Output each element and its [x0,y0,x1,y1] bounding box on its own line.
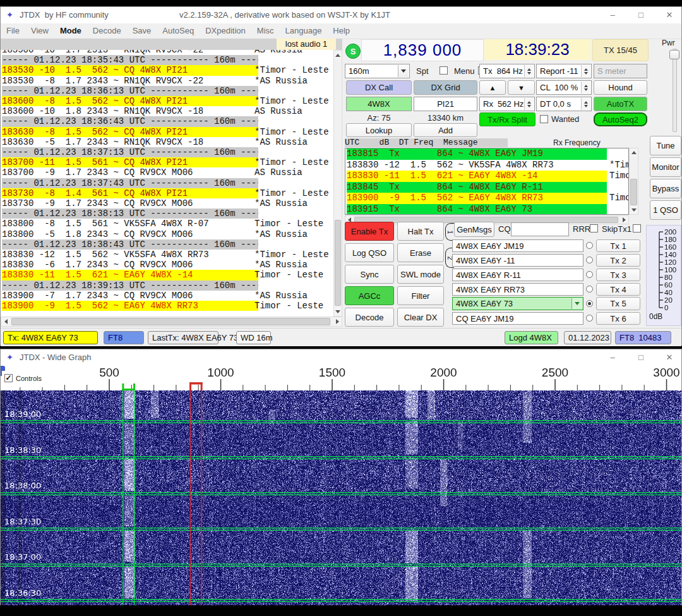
decode-row[interactable]: 183630 -8 1.5 562 ~ CQ 4W8X PI21*Timor -… [1,127,342,137]
decode-row[interactable]: 183830 -12 1.5 562 ~ VK5SFA 4W8X RR73*Ti… [1,250,342,260]
menu-item-file[interactable]: File [1,23,25,39]
scroll-right-icon[interactable] [333,317,342,326]
decode-row[interactable]: 183600 -10 1.8 2343 ~ RN1QK RV9CX -18AS … [1,106,342,116]
menu-item-save[interactable]: Save [127,23,157,39]
chevron-down-icon[interactable] [398,65,409,77]
swl-mode-button[interactable]: SWL mode [397,265,444,284]
decode-button[interactable]: Decode [345,308,394,327]
spot-indicator[interactable]: S [345,44,361,59]
pwr-slider-track[interactable] [673,49,677,132]
tx2-button[interactable]: Tx 2 [596,254,640,267]
freq-up-button[interactable]: ▲ [479,80,506,95]
filter-button[interactable]: Filter [397,286,444,305]
frequency-ruler[interactable]: ✓ Controls [1,365,681,390]
rx-vscrollbar[interactable] [629,148,638,215]
decode-row[interactable]: ----- 01.12.23 18:37:13 UTC ----------- … [1,147,342,157]
decode-row[interactable]: 183730 -9 1.7 2343 ~ CQ RV9CX MO06*AS Ru… [1,198,342,208]
decode-row[interactable]: 183800 -5 1.8 2343 ~ CQ RV9CX MO06*AS Ru… [1,229,342,239]
scroll-thumb[interactable] [630,179,637,205]
decode-row[interactable]: ----- 01.12.23 18:39:13 UTC ----------- … [1,281,342,291]
scroll-up-icon[interactable] [334,51,342,59]
menu-item-view[interactable]: View [25,23,54,39]
decode-list[interactable]: 183500 -10 1.7 2513 ~ RN1QK RV9CX -22AS … [1,50,342,317]
cl-spinner[interactable]: CL 100 % [536,80,592,95]
erase-button[interactable]: Erase [397,243,444,262]
autotx-button[interactable]: AutoTX [594,97,647,111]
dx-call-button[interactable]: DX Call [346,80,412,95]
close-icon[interactable]: ✕ [659,7,680,23]
dx-grid-field[interactable]: PI21 [414,97,477,111]
decode-row[interactable]: 183500 -10 1.7 2513 ~ RN1QK RV9CX -22AS … [1,50,342,55]
decode-row[interactable]: ----- 01.12.23 18:36:43 UTC ----------- … [1,116,342,126]
enable-tx-button[interactable]: Enable Tx [345,222,394,241]
spinner-arrows-icon[interactable] [524,98,534,110]
dx-call-field[interactable]: 4W8X [346,97,412,111]
scroll-up-icon[interactable] [630,148,638,157]
rx-frequency-row[interactable]: 183830 -11 1.5 621 ~ EA6Y 4W8X -14Timo [345,171,629,182]
decode-row[interactable]: 183700 -9 1.7 2343 ~ CQ RV9CX MO06AS Rus… [1,167,342,178]
clear-dx-button[interactable]: Clear DX [397,308,444,327]
tx4-button[interactable]: Tx 4 [596,283,640,296]
decode-row[interactable]: 183700 -11 1.5 561 ~ CQ 4W8X PI21*Timor … [1,157,342,167]
menu-item-language[interactable]: Language [280,23,328,39]
tx1-radio[interactable] [586,242,593,249]
hound-button[interactable]: Hound [594,80,647,95]
rrr-checkbox[interactable] [590,224,598,233]
main-titlebar[interactable]: ✦ JTDX by HF community v2.2.159-32A , de… [1,7,681,24]
rx-frequency-row[interactable]: 183915 Tx 864 ~ 4W8X EA6Y 73 [345,204,629,215]
genmsgs-button[interactable]: GenMsgs [454,222,494,237]
tx-freq-spinner[interactable]: Tx 864 Hz [479,64,535,78]
tx2-message-field[interactable]: 4W8X EA6Y -11 [452,254,583,267]
agc-button[interactable]: AGCc [345,286,394,305]
report-spinner[interactable]: Report -11 [536,64,592,78]
skiptx1-checkbox[interactable] [633,224,641,233]
chevron-down-icon[interactable] [571,298,582,309]
spinner-arrows-icon[interactable] [524,65,534,77]
spinner-arrows-icon[interactable] [581,82,590,94]
minimize-icon[interactable]: – [602,7,623,23]
decode-row[interactable]: 183530 -10 1.5 562 ~ CQ 4W8X PI21*Timor … [1,65,342,75]
band-select[interactable]: 160m [345,64,410,78]
close-icon[interactable]: ✕ [659,349,680,365]
scroll-down-icon[interactable] [334,307,342,316]
autoseq-button[interactable]: AutoSeq2 [594,112,647,126]
spinner-arrows-icon[interactable] [581,98,590,110]
tx6-radio[interactable] [586,315,593,322]
monitor-button[interactable]: Monitor [650,157,681,177]
maximize-icon[interactable]: □ [630,349,652,365]
tune-button[interactable]: Tune [650,136,681,155]
txrx-split-button[interactable]: Tx/Rx Split [479,112,535,126]
tx3-button[interactable]: Tx 3 [596,269,640,281]
tx3-radio[interactable] [586,271,593,278]
decode-hscrollbar[interactable] [1,317,342,327]
spinner-arrows-icon[interactable] [581,65,590,77]
tx6-button[interactable]: Tx 6 [596,312,640,325]
menu-item-mode[interactable]: Mode [54,23,87,39]
waterfall-display[interactable] [1,390,681,605]
scroll-down-icon[interactable] [630,206,638,214]
tx4-message-field[interactable]: 4W8X EA6Y RR73 [452,283,583,296]
decode-row[interactable]: 183900 -9 1.5 562 ~ EA6Y 4W8X RR73Timor … [1,301,342,311]
scroll-left-icon[interactable] [1,317,10,326]
wanted-checkbox[interactable] [540,115,548,123]
dial-frequency[interactable]: 1,839 000 [361,39,484,61]
controls-checkbox[interactable]: ✓ [4,374,13,382]
menu-item-misc[interactable]: Misc [251,23,280,39]
lookup-button[interactable]: Lookup [346,123,412,137]
decode-row[interactable]: 183730 -8 1.4 561 ~ CQ 4W8X PI21*Timor -… [1,188,342,198]
wide-graph-titlebar[interactable]: ✦ JTDX - Wide Graph – □ ✕ [1,349,681,366]
tx2-radio[interactable] [586,257,593,263]
decode-row[interactable]: ----- 01.12.23 18:36:13 UTC ----------- … [1,86,342,96]
bypass-button[interactable]: Bypass [650,179,681,198]
decode-vscrollbar[interactable] [333,50,342,317]
cq-field[interactable] [511,222,569,236]
add-button[interactable]: Add [414,123,477,137]
decode-row[interactable]: ----- 01.12.23 18:37:43 UTC ----------- … [1,178,342,188]
rx-frequency-row[interactable]: 183900 -9 1.5 562 ~ EA6Y 4W8X RR73Timo [345,193,629,204]
scroll-right-icon[interactable] [620,216,628,224]
rx-frequency-row[interactable]: 183815 Tx 864 ~ 4W8X EA6Y JM19 [345,148,629,160]
tx5-radio[interactable] [586,300,593,307]
dt-spinner[interactable]: DT 0,0 s [536,97,592,111]
scroll-thumb[interactable] [11,318,330,325]
tx5-button[interactable]: Tx 5 [596,297,640,310]
